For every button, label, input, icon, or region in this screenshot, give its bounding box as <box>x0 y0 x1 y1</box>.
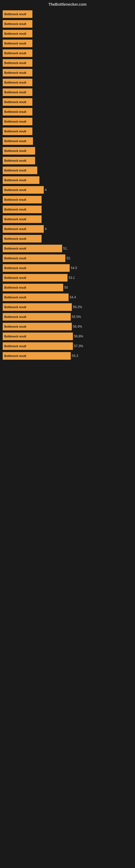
bar-row: Bottleneck result <box>3 215 132 223</box>
bar-row: Bottleneck result50 <box>3 284 132 291</box>
bar-value: 50 <box>64 286 68 289</box>
bar-value: 53.1 <box>69 276 75 280</box>
bar-fill: Bottleneck result <box>3 137 33 145</box>
bar-fill: Bottleneck result <box>3 206 42 213</box>
bar-fill: Bottleneck result <box>3 69 27 76</box>
bar-row: Bottleneck result <box>3 40 132 47</box>
bar-row: Bottleneck result56.4% <box>3 323 132 330</box>
bar-value: 4 <box>45 227 47 231</box>
bar-row: Bottleneck result51. <box>3 245 132 252</box>
bar-fill: Bottleneck result <box>3 127 31 135</box>
bar-row: Bottleneck result57.3% <box>3 342 132 350</box>
bar-fill: Bottleneck result <box>3 342 73 350</box>
bar-label: Bottleneck result <box>3 264 32 272</box>
bar-label: Bottleneck result <box>3 157 32 164</box>
bar-label: Bottleneck result <box>3 235 32 243</box>
bar-fill: Bottleneck result <box>3 40 27 47</box>
bar-value: 56.8% <box>74 335 83 338</box>
bar-fill: Bottleneck result <box>3 79 27 86</box>
bar-row: Bottleneck result <box>3 20 132 28</box>
bar-fill: Bottleneck result <box>3 254 65 262</box>
bar-label: Bottleneck result <box>3 293 32 301</box>
bar-fill: Bottleneck result <box>3 284 63 291</box>
bar-row: Bottleneck result52. <box>3 254 132 262</box>
bar-label: Bottleneck result <box>3 245 32 252</box>
bar-row: Bottleneck result56.2% <box>3 303 132 311</box>
bar-fill: Bottleneck result <box>3 352 71 360</box>
bar-label: Bottleneck result <box>3 40 32 47</box>
bar-fill: Bottleneck result <box>3 20 27 28</box>
bar-label: Bottleneck result <box>3 127 32 135</box>
bar-row: Bottleneck result <box>3 50 132 57</box>
bar-value: 52. <box>66 256 71 260</box>
bar-fill: Bottleneck result <box>3 108 29 116</box>
bar-label: Bottleneck result <box>3 137 32 145</box>
bar-fill: Bottleneck result <box>3 235 42 243</box>
bar-label: Bottleneck result <box>3 10 32 18</box>
bar-fill: Bottleneck result <box>3 333 73 340</box>
bar-value: 4 <box>45 188 47 192</box>
bar-row: Bottleneck result55.3 <box>3 352 132 360</box>
bar-label: Bottleneck result <box>3 118 32 125</box>
bar-label: Bottleneck result <box>3 176 32 184</box>
bar-row: Bottleneck result <box>3 137 132 145</box>
bar-row: Bottleneck result <box>3 206 132 213</box>
header: TheBottlenecker.com <box>0 0 135 8</box>
bar-row: Bottleneck result <box>3 157 132 164</box>
bar-label: Bottleneck result <box>3 108 32 116</box>
bar-fill: Bottleneck result <box>3 303 72 311</box>
bar-value: 57.3% <box>74 344 83 348</box>
bar-label: Bottleneck result <box>3 206 32 213</box>
bar-fill: Bottleneck result <box>3 323 72 330</box>
bar-row: Bottleneck result55.5% <box>3 313 132 321</box>
bar-value: 54.5 <box>71 266 77 270</box>
bar-row: Bottleneck result54.5 <box>3 264 132 272</box>
bar-value: 56.4% <box>73 325 82 329</box>
bar-fill: Bottleneck result <box>3 176 39 184</box>
bar-label: Bottleneck result <box>3 69 32 76</box>
bar-value: 51. <box>63 247 68 250</box>
bar-fill: Bottleneck result <box>3 293 69 301</box>
bar-fill: Bottleneck result <box>3 88 27 96</box>
bar-row: Bottleneck result <box>3 196 132 204</box>
bar-row: Bottleneck result4 <box>3 225 132 233</box>
bar-fill: Bottleneck result <box>3 264 70 272</box>
bar-label: Bottleneck result <box>3 147 32 155</box>
bar-label: Bottleneck result <box>3 215 32 223</box>
bar-fill: Bottleneck result <box>3 98 27 106</box>
bar-label: Bottleneck result <box>3 186 32 194</box>
bar-row: Bottleneck result <box>3 147 132 155</box>
bar-row: Bottleneck result <box>3 108 132 116</box>
bar-label: Bottleneck result <box>3 352 32 360</box>
bar-label: Bottleneck result <box>3 254 32 262</box>
bar-label: Bottleneck result <box>3 79 32 86</box>
bar-row: Bottleneck result4 <box>3 186 132 194</box>
bar-label: Bottleneck result <box>3 333 32 340</box>
bar-row: Bottleneck result56.8% <box>3 333 132 340</box>
bar-fill: Bottleneck result <box>3 186 44 194</box>
bar-label: Bottleneck result <box>3 30 32 37</box>
bar-label: Bottleneck result <box>3 342 32 350</box>
bar-label: Bottleneck result <box>3 274 32 282</box>
bar-row: Bottleneck result <box>3 69 132 76</box>
bar-row: Bottleneck result <box>3 127 132 135</box>
bar-fill: Bottleneck result <box>3 225 44 233</box>
bar-fill: Bottleneck result <box>3 245 62 252</box>
bar-row: Bottleneck result <box>3 118 132 125</box>
bar-row: Bottleneck result <box>3 79 132 86</box>
bar-fill: Bottleneck result <box>3 313 71 321</box>
bar-label: Bottleneck result <box>3 59 32 67</box>
bar-fill: Bottleneck result <box>3 118 29 125</box>
bar-value: 56.2% <box>73 305 82 309</box>
bar-label: Bottleneck result <box>3 313 32 321</box>
bar-value: 55.5% <box>72 315 81 319</box>
bar-label: Bottleneck result <box>3 166 32 174</box>
chart-area: Bottleneck resultBottleneck resultBottle… <box>0 8 135 365</box>
bar-row: Bottleneck result <box>3 10 132 18</box>
bar-label: Bottleneck result <box>3 284 32 291</box>
bar-label: Bottleneck result <box>3 50 32 57</box>
bar-row: Bottleneck result <box>3 176 132 184</box>
bar-row: Bottleneck result <box>3 98 132 106</box>
bar-fill: Bottleneck result <box>3 274 68 282</box>
bar-fill: Bottleneck result <box>3 30 27 37</box>
